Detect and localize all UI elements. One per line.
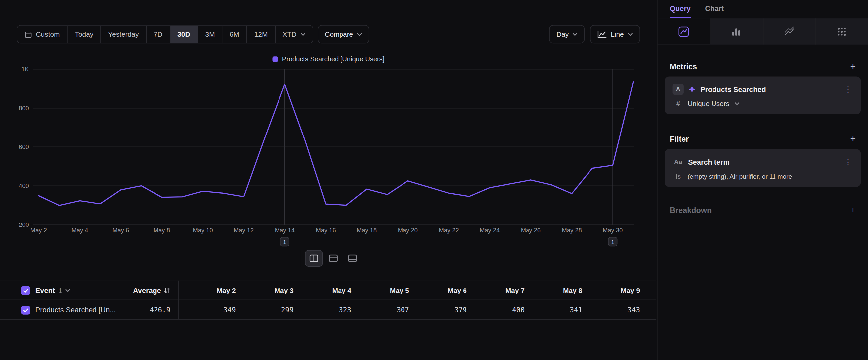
tab-chart[interactable]: Chart bbox=[705, 0, 724, 18]
column-header[interactable]: May 9 bbox=[582, 286, 640, 294]
tab-query[interactable]: Query bbox=[670, 0, 691, 18]
cell-value: 400 bbox=[467, 306, 525, 314]
chart-type-bar-tab[interactable] bbox=[710, 18, 763, 44]
line-chart-icon bbox=[597, 30, 607, 38]
sort-icon bbox=[164, 287, 170, 294]
app-root: CustomTodayYesterday7D30D3M6M12MXTD Comp… bbox=[0, 0, 868, 360]
chevron-down-icon bbox=[734, 102, 739, 105]
legend-swatch bbox=[272, 56, 278, 62]
annotation-count: 1 bbox=[611, 239, 614, 245]
x-tick-label: May 26 bbox=[521, 227, 541, 234]
x-tick-label: May 6 bbox=[113, 227, 129, 234]
range-button-7d[interactable]: 7D bbox=[146, 26, 170, 43]
sidebar-body: Metrics + A Products Searched ⋮ # Unique… bbox=[657, 62, 868, 215]
cell-value: 349 bbox=[178, 306, 236, 314]
chart-type-stacked-tab[interactable] bbox=[763, 18, 815, 44]
range-label: 30D bbox=[177, 30, 190, 38]
table-header-columns: May 2May 3May 4May 5May 6May 7May 8May 9 bbox=[178, 281, 640, 299]
filter-card-row: Aa Search term ⋮ bbox=[673, 156, 853, 168]
metrics-heading: Metrics bbox=[670, 62, 697, 71]
series-line[interactable] bbox=[39, 82, 633, 205]
chart-style-label: Line bbox=[611, 30, 624, 38]
chart-style-button[interactable]: Line bbox=[590, 25, 640, 43]
x-tick-label: May 10 bbox=[193, 227, 213, 234]
filter-operator: Is bbox=[674, 172, 683, 180]
granularity-button[interactable]: Day bbox=[549, 25, 585, 43]
calendar-icon bbox=[24, 30, 32, 38]
metric-card[interactable]: A Products Searched ⋮ # Unique Users bbox=[665, 76, 861, 114]
x-tick-label: May 2 bbox=[31, 227, 47, 234]
annotation-count: 1 bbox=[283, 239, 286, 245]
table-header: Event 1 Average May 2May 3May 4May 5May … bbox=[0, 281, 656, 300]
filter-menu-button[interactable]: ⋮ bbox=[843, 158, 853, 166]
range-button-today[interactable]: Today bbox=[67, 26, 100, 43]
range-label: Yesterday bbox=[108, 30, 138, 38]
average-header[interactable]: Average bbox=[100, 281, 171, 299]
layout-split-icon bbox=[309, 254, 318, 262]
cell-value: 341 bbox=[525, 306, 582, 314]
range-button-3m[interactable]: 3M bbox=[197, 26, 222, 43]
add-metric-button[interactable]: + bbox=[850, 63, 856, 71]
date-range-group: CustomTodayYesterday7D30D3M6M12MXTD bbox=[17, 25, 313, 43]
toolbar: CustomTodayYesterday7D30D3M6M12MXTD Comp… bbox=[17, 25, 640, 43]
column-header[interactable]: May 4 bbox=[294, 286, 351, 294]
filter-value: (empty string), Air purifier, or 11 more bbox=[688, 173, 793, 180]
column-header[interactable]: May 7 bbox=[467, 286, 525, 294]
row-average: 426.9 bbox=[100, 300, 171, 319]
column-header[interactable]: May 5 bbox=[351, 286, 409, 294]
filter-condition[interactable]: Is (empty string), Air purifier, or 11 m… bbox=[673, 172, 853, 180]
x-tick-label: May 28 bbox=[562, 227, 582, 234]
event-select-all-checkbox[interactable] bbox=[21, 286, 30, 295]
layout-table-button[interactable] bbox=[344, 250, 362, 267]
average-header-label: Average bbox=[133, 286, 161, 295]
range-button-30d[interactable]: 30D bbox=[170, 26, 197, 43]
x-tick-label: May 12 bbox=[234, 227, 254, 234]
metric-aggregation[interactable]: # Unique Users bbox=[673, 100, 853, 108]
metric-card-row: A Products Searched ⋮ bbox=[673, 83, 853, 95]
layout-chart-button[interactable] bbox=[324, 250, 342, 267]
metric-menu-button[interactable]: ⋮ bbox=[843, 85, 853, 94]
table-row-columns: 349299323307379400341343 bbox=[178, 300, 640, 319]
sidebar-tabs: Query Chart bbox=[657, 0, 868, 18]
event-header-label: Event bbox=[35, 286, 55, 295]
range-button-yesterday[interactable]: Yesterday bbox=[100, 26, 146, 43]
chart-type-more-tab[interactable] bbox=[815, 18, 868, 44]
x-tick-label: May 8 bbox=[154, 227, 170, 234]
range-button-xtd[interactable]: XTD bbox=[275, 26, 313, 43]
compare-button[interactable]: Compare bbox=[318, 25, 369, 43]
filter-card[interactable]: Aa Search term ⋮ Is (empty string), Air … bbox=[665, 149, 861, 187]
number-type-icon: # bbox=[674, 100, 683, 108]
range-label: 12M bbox=[254, 30, 268, 38]
check-icon bbox=[23, 307, 28, 312]
chart-type-line-tab[interactable] bbox=[657, 18, 710, 44]
check-icon bbox=[23, 288, 28, 293]
range-button-6m[interactable]: 6M bbox=[222, 26, 246, 43]
column-header[interactable]: May 3 bbox=[236, 286, 294, 294]
range-label: 7D bbox=[154, 30, 162, 38]
chevron-down-icon bbox=[357, 32, 362, 36]
breakdown-heading: Breakdown bbox=[670, 205, 712, 215]
cell-value: 343 bbox=[582, 306, 640, 314]
granularity-label: Day bbox=[556, 30, 568, 38]
table-row[interactable]: Products Searched [Un... 426.9 349299323… bbox=[0, 300, 656, 320]
range-button-12m[interactable]: 12M bbox=[246, 26, 275, 43]
add-breakdown-button[interactable]: + bbox=[850, 206, 856, 214]
x-tick-label: May 24 bbox=[480, 227, 500, 234]
row-checkbox[interactable] bbox=[21, 306, 30, 314]
cell-value: 299 bbox=[236, 306, 294, 314]
cell-value: 323 bbox=[294, 306, 351, 314]
event-header[interactable]: Event 1 bbox=[35, 281, 71, 299]
column-header[interactable]: May 8 bbox=[525, 286, 582, 294]
column-header[interactable]: May 2 bbox=[178, 286, 236, 294]
query-sidebar: Query Chart Metrics + A bbox=[657, 0, 868, 360]
line-chart[interactable]: 1K800600400200May 2May 4May 6May 8May 10… bbox=[0, 65, 656, 252]
layout-chart-icon bbox=[329, 254, 338, 262]
add-filter-button[interactable]: + bbox=[850, 135, 856, 143]
layout-split-button[interactable] bbox=[305, 250, 322, 267]
y-tick-label: 200 bbox=[19, 221, 29, 228]
metric-series-badge: A bbox=[673, 84, 684, 95]
chart-legend[interactable]: Products Searched [Unique Users] bbox=[0, 55, 656, 63]
chevron-down-icon bbox=[572, 32, 578, 36]
range-button-custom[interactable]: Custom bbox=[17, 26, 67, 43]
column-header[interactable]: May 6 bbox=[409, 286, 467, 294]
